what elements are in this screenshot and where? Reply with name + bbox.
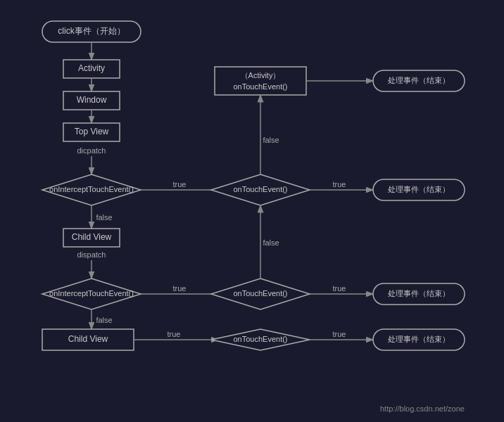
ontouch2-false-label: false bbox=[263, 238, 279, 247]
intercept2-true-label: true bbox=[173, 284, 187, 293]
child-view1-label: Child View bbox=[72, 232, 112, 242]
childview2-true-label: true bbox=[168, 330, 181, 338]
ontouch1-true-label: true bbox=[333, 180, 346, 188]
handle1-label: 处理事件（结束） bbox=[388, 76, 450, 84]
dispatch-label: dispatch bbox=[77, 250, 106, 259]
handle4-label: 处理事件（结束） bbox=[388, 335, 450, 343]
intercept2-label: onInterceptTouchEvent() bbox=[49, 289, 134, 298]
ontouch1-false-label: false bbox=[263, 136, 279, 144]
intercept1-false-label: false bbox=[96, 213, 112, 222]
ontouch3-label: onTouchEvent() bbox=[233, 335, 287, 343]
handle2-label: 处理事件（结束） bbox=[388, 185, 450, 193]
ontouch2-true-label: true bbox=[333, 284, 346, 293]
top-view-label: Top View bbox=[75, 127, 109, 136]
diagram: click事件（开始） Activity Window Top View dic… bbox=[0, 0, 504, 422]
ontouch3-true-label: true bbox=[333, 330, 346, 338]
intercept1-true-label: true bbox=[173, 180, 187, 188]
handle3-label: 处理事件（结束） bbox=[388, 289, 450, 298]
dicpatch-label: dicpatch bbox=[77, 146, 106, 155]
click-start-label: click事件（开始） bbox=[58, 26, 125, 36]
activity-ontouch-label1: （Activity） bbox=[241, 71, 281, 79]
ontouch1-label: onTouchEvent() bbox=[233, 185, 287, 193]
window-label: Window bbox=[77, 95, 107, 105]
intercept1-label: onInterceptTouchEvent() bbox=[49, 185, 134, 193]
activity-label: Activity bbox=[78, 63, 105, 73]
activity-ontouch-label2: onTouchEvent() bbox=[233, 82, 287, 91]
intercept2-false-label: false bbox=[96, 316, 112, 324]
ontouch2-label: onTouchEvent() bbox=[233, 289, 287, 298]
child-view2-label: Child View bbox=[68, 334, 108, 344]
watermark: http://blog.csdn.net/zone bbox=[380, 404, 465, 413]
